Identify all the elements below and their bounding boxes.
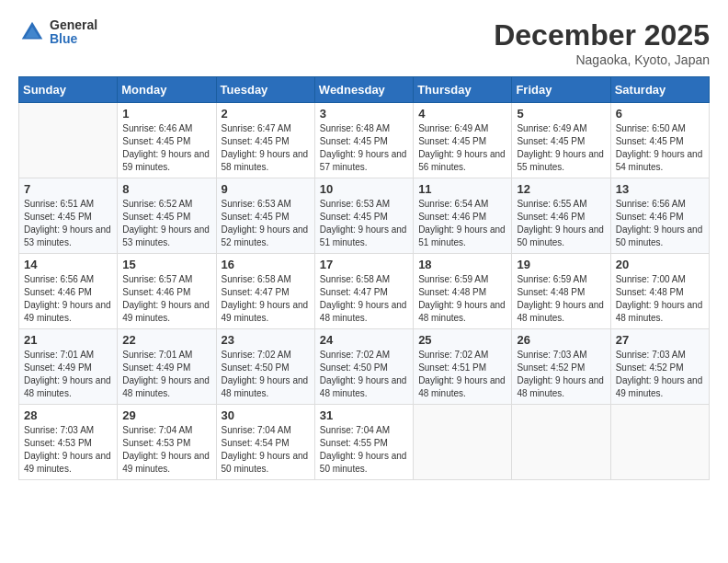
day-number: 5 <box>517 107 605 121</box>
calendar-cell: 27Sunrise: 7:03 AMSunset: 4:52 PMDayligh… <box>610 329 709 405</box>
day-info: Sunrise: 7:02 AMSunset: 4:50 PMDaylight:… <box>222 349 310 400</box>
weekday-header: Saturday <box>610 77 709 103</box>
calendar-cell: 4Sunrise: 6:49 AMSunset: 4:45 PMDaylight… <box>414 103 512 178</box>
day-info: Sunrise: 6:56 AMSunset: 4:46 PMDaylight:… <box>616 198 704 249</box>
calendar-cell: 11Sunrise: 6:54 AMSunset: 4:46 PMDayligh… <box>414 178 512 254</box>
calendar-week-row: 28Sunrise: 7:03 AMSunset: 4:53 PMDayligh… <box>19 405 710 480</box>
calendar-cell <box>610 405 709 480</box>
calendar-week-row: 7Sunrise: 6:51 AMSunset: 4:45 PMDaylight… <box>19 178 710 254</box>
calendar-cell: 18Sunrise: 6:59 AMSunset: 4:48 PMDayligh… <box>414 254 512 329</box>
calendar-cell: 31Sunrise: 7:04 AMSunset: 4:55 PMDayligh… <box>314 405 413 480</box>
calendar-cell: 29Sunrise: 7:04 AMSunset: 4:53 PMDayligh… <box>118 405 216 480</box>
day-info: Sunrise: 7:04 AMSunset: 4:53 PMDaylight:… <box>122 424 210 476</box>
weekday-header: Sunday <box>19 77 118 103</box>
day-number: 9 <box>222 182 310 196</box>
calendar-cell: 23Sunrise: 7:02 AMSunset: 4:50 PMDayligh… <box>216 329 314 405</box>
calendar-cell: 9Sunrise: 6:53 AMSunset: 4:45 PMDaylight… <box>216 178 314 254</box>
day-info: Sunrise: 7:00 AMSunset: 4:48 PMDaylight:… <box>616 273 704 325</box>
month-title: December 2025 <box>494 18 710 52</box>
day-info: Sunrise: 6:55 AMSunset: 4:46 PMDaylight:… <box>517 198 605 249</box>
day-info: Sunrise: 6:57 AMSunset: 4:46 PMDaylight:… <box>122 273 210 325</box>
day-number: 10 <box>320 182 408 196</box>
calendar-week-row: 14Sunrise: 6:56 AMSunset: 4:46 PMDayligh… <box>19 254 710 329</box>
day-number: 3 <box>320 107 408 121</box>
calendar-cell: 26Sunrise: 7:03 AMSunset: 4:52 PMDayligh… <box>512 329 610 405</box>
day-number: 1 <box>122 107 210 121</box>
day-info: Sunrise: 6:54 AMSunset: 4:46 PMDaylight:… <box>418 198 506 249</box>
calendar-cell: 20Sunrise: 7:00 AMSunset: 4:48 PMDayligh… <box>610 254 709 329</box>
day-info: Sunrise: 6:59 AMSunset: 4:48 PMDaylight:… <box>517 273 605 325</box>
day-info: Sunrise: 6:49 AMSunset: 4:45 PMDaylight:… <box>418 122 506 174</box>
calendar-cell <box>512 405 610 480</box>
calendar-cell: 25Sunrise: 7:02 AMSunset: 4:51 PMDayligh… <box>414 329 512 405</box>
day-info: Sunrise: 6:52 AMSunset: 4:45 PMDaylight:… <box>122 198 210 249</box>
day-number: 20 <box>616 258 704 271</box>
day-number: 15 <box>122 258 210 271</box>
calendar-cell: 8Sunrise: 6:52 AMSunset: 4:45 PMDaylight… <box>118 178 216 254</box>
day-info: Sunrise: 6:50 AMSunset: 4:45 PMDaylight:… <box>616 122 704 174</box>
page-header: General Blue December 2025 Nagaoka, Kyot… <box>18 18 710 67</box>
calendar-cell: 6Sunrise: 6:50 AMSunset: 4:45 PMDaylight… <box>610 103 709 178</box>
calendar-cell: 14Sunrise: 6:56 AMSunset: 4:46 PMDayligh… <box>19 254 118 329</box>
day-info: Sunrise: 6:53 AMSunset: 4:45 PMDaylight:… <box>222 198 310 249</box>
day-info: Sunrise: 7:02 AMSunset: 4:50 PMDaylight:… <box>320 349 408 400</box>
calendar-cell: 7Sunrise: 6:51 AMSunset: 4:45 PMDaylight… <box>19 178 118 254</box>
day-number: 26 <box>517 333 605 347</box>
day-info: Sunrise: 6:49 AMSunset: 4:45 PMDaylight:… <box>517 122 605 174</box>
day-number: 18 <box>418 258 506 271</box>
day-info: Sunrise: 6:46 AMSunset: 4:45 PMDaylight:… <box>122 122 210 174</box>
day-info: Sunrise: 6:53 AMSunset: 4:45 PMDaylight:… <box>320 198 408 249</box>
day-number: 2 <box>222 107 310 121</box>
day-info: Sunrise: 6:56 AMSunset: 4:46 PMDaylight:… <box>24 273 112 325</box>
day-number: 27 <box>616 333 704 347</box>
logo-blue: Blue <box>50 32 97 46</box>
calendar-week-row: 21Sunrise: 7:01 AMSunset: 4:49 PMDayligh… <box>19 329 710 405</box>
day-number: 12 <box>517 182 605 196</box>
weekday-header: Wednesday <box>314 77 413 103</box>
weekday-header: Thursday <box>414 77 512 103</box>
calendar-cell <box>414 405 512 480</box>
day-info: Sunrise: 7:04 AMSunset: 4:55 PMDaylight:… <box>320 424 408 476</box>
day-number: 25 <box>418 333 506 347</box>
weekday-header: Tuesday <box>216 77 314 103</box>
day-info: Sunrise: 6:59 AMSunset: 4:48 PMDaylight:… <box>418 273 506 325</box>
day-info: Sunrise: 6:58 AMSunset: 4:47 PMDaylight:… <box>222 273 310 325</box>
day-number: 29 <box>122 408 210 422</box>
day-info: Sunrise: 7:03 AMSunset: 4:53 PMDaylight:… <box>24 424 112 476</box>
logo-text: General Blue <box>50 18 97 47</box>
calendar-cell: 16Sunrise: 6:58 AMSunset: 4:47 PMDayligh… <box>216 254 314 329</box>
title-block: December 2025 Nagaoka, Kyoto, Japan <box>494 18 710 67</box>
day-number: 19 <box>517 258 605 271</box>
day-number: 13 <box>616 182 704 196</box>
calendar-cell: 24Sunrise: 7:02 AMSunset: 4:50 PMDayligh… <box>314 329 413 405</box>
day-number: 7 <box>24 182 112 196</box>
day-number: 14 <box>24 258 112 271</box>
day-number: 16 <box>222 258 310 271</box>
day-info: Sunrise: 7:03 AMSunset: 4:52 PMDaylight:… <box>517 349 605 400</box>
calendar-cell: 30Sunrise: 7:04 AMSunset: 4:54 PMDayligh… <box>216 405 314 480</box>
calendar-cell: 3Sunrise: 6:48 AMSunset: 4:45 PMDaylight… <box>314 103 413 178</box>
day-number: 8 <box>122 182 210 196</box>
calendar-cell: 1Sunrise: 6:46 AMSunset: 4:45 PMDaylight… <box>118 103 216 178</box>
logo-general: General <box>50 18 97 32</box>
logo-icon <box>18 18 46 46</box>
day-info: Sunrise: 7:01 AMSunset: 4:49 PMDaylight:… <box>24 349 112 400</box>
day-number: 24 <box>320 333 408 347</box>
calendar-cell: 15Sunrise: 6:57 AMSunset: 4:46 PMDayligh… <box>118 254 216 329</box>
day-info: Sunrise: 7:04 AMSunset: 4:54 PMDaylight:… <box>222 424 310 476</box>
day-number: 4 <box>418 107 506 121</box>
calendar-cell: 21Sunrise: 7:01 AMSunset: 4:49 PMDayligh… <box>19 329 118 405</box>
day-number: 22 <box>122 333 210 347</box>
day-number: 31 <box>320 408 408 422</box>
day-info: Sunrise: 6:48 AMSunset: 4:45 PMDaylight:… <box>320 122 408 174</box>
day-info: Sunrise: 7:03 AMSunset: 4:52 PMDaylight:… <box>616 349 704 400</box>
logo: General Blue <box>18 18 97 47</box>
day-info: Sunrise: 7:01 AMSunset: 4:49 PMDaylight:… <box>122 349 210 400</box>
day-number: 28 <box>24 408 112 422</box>
calendar-cell: 12Sunrise: 6:55 AMSunset: 4:46 PMDayligh… <box>512 178 610 254</box>
calendar-cell: 28Sunrise: 7:03 AMSunset: 4:53 PMDayligh… <box>19 405 118 480</box>
weekday-header: Monday <box>118 77 216 103</box>
day-number: 30 <box>222 408 310 422</box>
calendar-week-row: 1Sunrise: 6:46 AMSunset: 4:45 PMDaylight… <box>19 103 710 178</box>
calendar-cell: 13Sunrise: 6:56 AMSunset: 4:46 PMDayligh… <box>610 178 709 254</box>
